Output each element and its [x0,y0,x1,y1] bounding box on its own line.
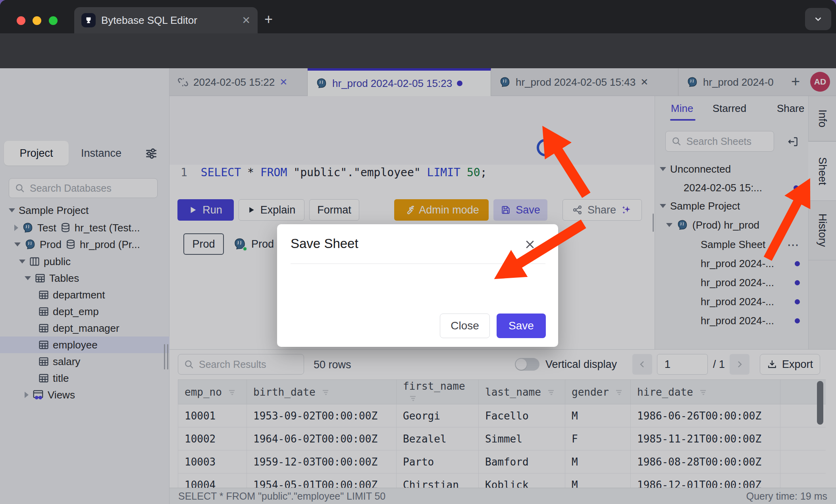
screen: Bytebase SQL Editor ✕ + localhost:8080/s… [0,0,836,504]
modal-save-button[interactable]: Save [497,314,546,338]
modal-close-icon[interactable] [524,239,536,250]
tab-close-icon[interactable]: ✕ [242,14,250,27]
browser-navbar: localhost:8080/sql-editor/prod-sample-in… [0,33,836,68]
window-minimize-button[interactable] [33,16,41,25]
modal-title: Save Sheet [291,236,358,251]
browser-tab[interactable]: Bytebase SQL Editor ✕ [74,7,258,33]
browser-tab-title: Bytebase SQL Editor [101,14,236,27]
save-button-label: Save [509,319,534,332]
window-close-button[interactable] [17,16,25,25]
modal-close-button[interactable]: Close [440,314,490,338]
window-zoom-button[interactable] [49,16,58,25]
browser-titlebar: Bytebase SQL Editor ✕ + [0,0,836,33]
tab-search-button[interactable] [805,8,831,30]
bytebase-favicon [81,13,96,27]
browser-window: Bytebase SQL Editor ✕ + localhost:8080/s… [0,0,836,504]
new-tab-button[interactable]: + [264,11,273,28]
close-button-label: Close [451,319,479,332]
chevron-down-icon [813,14,823,24]
modal-divider [291,264,545,264]
